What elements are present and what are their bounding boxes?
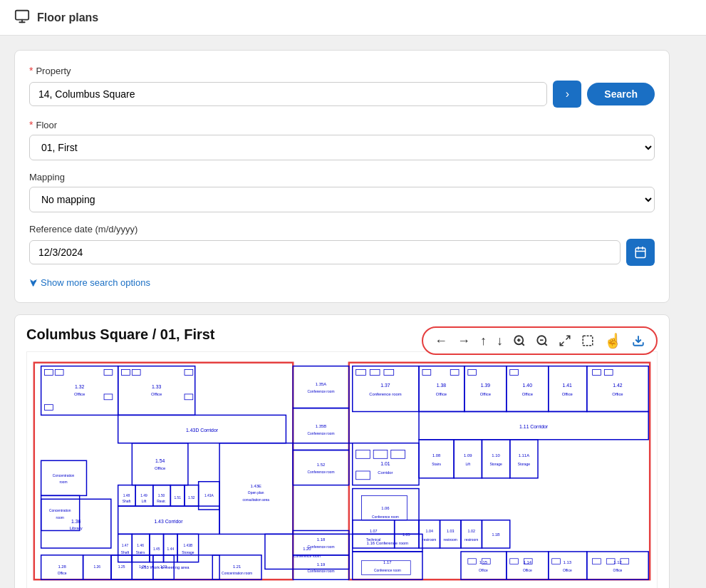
svg-rect-199	[510, 559, 519, 564]
search-card: * Property › Search * Floor 01, First 02…	[14, 50, 670, 303]
svg-text:Open plan: Open plan	[248, 491, 264, 495]
svg-rect-152	[440, 520, 461, 548]
calendar-button[interactable]	[626, 239, 655, 266]
svg-text:1.14: 1.14	[524, 560, 532, 564]
svg-text:1.45: 1.45	[153, 547, 160, 551]
svg-text:1.35A: 1.35A	[316, 382, 326, 386]
svg-text:room: room	[59, 480, 67, 484]
svg-text:Conference room: Conference room	[369, 392, 401, 396]
svg-line-12	[544, 343, 546, 345]
app-title: Floor plans	[37, 11, 98, 24]
floorplan-card: Columbus Square / 01, First ← → ↑ ↓ ☝	[14, 314, 670, 588]
svg-rect-118	[510, 370, 519, 376]
svg-line-15	[560, 342, 564, 346]
svg-rect-135	[482, 440, 509, 478]
pan-down-button[interactable]: ↓	[495, 333, 504, 349]
pan-left-button[interactable]: ←	[433, 333, 449, 349]
svg-rect-27	[104, 394, 113, 400]
svg-rect-28	[118, 366, 195, 416]
property-arrow-button[interactable]: ›	[553, 81, 581, 108]
pan-right-button[interactable]: →	[456, 333, 472, 349]
svg-rect-60	[219, 443, 293, 535]
svg-text:1.03: 1.03	[447, 529, 455, 533]
svg-text:Shaft: Shaft	[123, 500, 131, 503]
svg-text:Concentration room: Concentration room	[222, 572, 252, 575]
select-button[interactable]	[580, 333, 596, 349]
svg-text:Lift: Lift	[466, 463, 471, 466]
svg-text:1.26: 1.26	[93, 565, 100, 569]
svg-text:Office: Office	[562, 392, 573, 396]
property-input[interactable]	[29, 82, 547, 106]
pan-up-button[interactable]: ↑	[479, 333, 488, 349]
svg-text:Conference room: Conference room	[372, 515, 399, 519]
search-button[interactable]: Search	[587, 83, 655, 105]
svg-rect-119	[549, 366, 587, 412]
svg-text:restroom: restroom	[422, 538, 436, 542]
svg-text:Conference room: Conference room	[308, 470, 335, 474]
svg-text:Corridor: Corridor	[378, 470, 393, 475]
svg-rect-132	[454, 440, 482, 478]
svg-text:Conference room: Conference room	[308, 545, 335, 549]
svg-rect-88	[293, 450, 349, 485]
svg-text:1.04: 1.04	[426, 529, 434, 533]
svg-rect-126	[604, 370, 613, 376]
svg-text:1.41: 1.41	[563, 383, 573, 388]
svg-text:1.37: 1.37	[380, 383, 390, 388]
svg-rect-111	[464, 366, 507, 412]
svg-text:Shaft: Shaft	[121, 551, 130, 555]
svg-rect-23	[45, 370, 53, 376]
svg-rect-25	[45, 405, 53, 411]
zoom-in-button[interactable]	[512, 333, 527, 349]
fit-button[interactable]	[557, 333, 573, 349]
floor-select[interactable]: 01, First 02, Second 03, Third	[29, 135, 655, 160]
svg-rect-94	[293, 555, 349, 579]
svg-line-8	[521, 343, 524, 345]
svg-rect-105	[384, 370, 394, 376]
monitor-icon	[14, 9, 30, 26]
svg-text:1.07: 1.07	[370, 529, 378, 533]
show-more-link[interactable]: ⮟ Show more search options	[29, 277, 655, 288]
svg-rect-168	[507, 552, 549, 579]
svg-text:1.43A: 1.43A	[204, 494, 214, 497]
svg-rect-40	[41, 460, 87, 495]
svg-text:1.23: 1.23	[160, 565, 167, 569]
svg-text:Office: Office	[436, 392, 447, 396]
svg-text:1.11A: 1.11A	[519, 453, 529, 458]
svg-text:1.08: 1.08	[432, 453, 441, 458]
svg-text:Office: Office	[155, 466, 165, 470]
svg-rect-100	[353, 366, 419, 412]
app-header: Floor plans	[0, 0, 706, 36]
svg-text:Conference room: Conference room	[308, 569, 335, 573]
mapping-select[interactable]: No mapping By department By person	[29, 187, 655, 212]
svg-text:1.13: 1.13	[564, 560, 572, 564]
svg-rect-31	[122, 370, 130, 376]
svg-rect-138	[510, 440, 538, 478]
date-row	[29, 239, 655, 266]
svg-text:Stairs: Stairs	[432, 463, 441, 466]
svg-text:Office: Office	[523, 569, 532, 572]
svg-text:1.1B: 1.1B	[492, 532, 500, 537]
svg-text:1.24: 1.24	[139, 565, 146, 569]
svg-rect-195	[391, 450, 405, 459]
svg-rect-16	[583, 336, 593, 346]
svg-rect-67	[118, 534, 133, 562]
svg-text:1.06: 1.06	[381, 506, 390, 510]
svg-text:1.44: 1.44	[167, 547, 175, 551]
svg-rect-70	[132, 534, 150, 562]
svg-text:Lift: Lift	[142, 500, 147, 503]
svg-rect-171	[549, 552, 587, 579]
hand-tool-button[interactable]: ☝	[603, 332, 623, 349]
svg-text:1.47: 1.47	[122, 544, 129, 547]
svg-rect-122	[587, 366, 648, 412]
svg-text:restroom: restroom	[464, 538, 478, 542]
reference-date-input[interactable]	[29, 240, 621, 264]
svg-text:Office: Office	[479, 569, 488, 572]
svg-rect-26	[104, 370, 113, 376]
svg-text:1.21: 1.21	[233, 564, 241, 569]
property-row: › Search	[29, 81, 655, 108]
download-button[interactable]	[630, 333, 646, 349]
zoom-out-button[interactable]	[534, 333, 550, 349]
svg-text:1.39: 1.39	[481, 383, 491, 388]
property-field-group: * Property › Search	[29, 65, 655, 108]
svg-rect-24	[55, 370, 63, 376]
